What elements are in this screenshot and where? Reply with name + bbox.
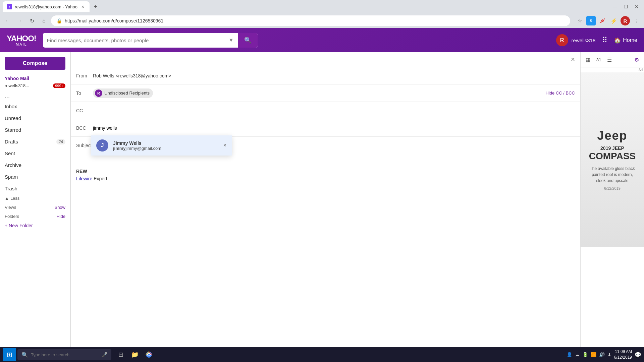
header-search: ▼ 🔍	[43, 33, 258, 48]
extension-icon-3[interactable]: ⚡	[609, 16, 619, 25]
autocomplete-item[interactable]: J Jimmy Wells jimmyjimmy@gmail.com ×	[91, 135, 232, 156]
unread-badge: 999+	[53, 83, 65, 88]
sidebar-item-trash[interactable]: Trash	[0, 183, 70, 194]
ad-model: COMPASS	[589, 151, 636, 162]
apps-icon[interactable]: ⠿	[602, 36, 607, 45]
browser-tab[interactable]: Y rewells318@yahoo.com - Yahoo ×	[3, 1, 90, 12]
signature-block: REW Lifewire Expert	[76, 168, 575, 183]
folders-hide-link[interactable]: Hide	[56, 214, 65, 219]
bcc-field: BCC J Jimmy Wells jimmyjimmy@gmail.com	[71, 119, 580, 137]
network-icon: 👤	[567, 352, 572, 357]
svg-point-2	[148, 354, 150, 356]
yahoo-logo: YAHOO! MAIL	[7, 35, 36, 46]
compose-button[interactable]: Compose	[5, 57, 65, 70]
rp-icon-1[interactable]: ▦	[583, 55, 593, 64]
subject-label: Subject	[76, 143, 93, 148]
sig-line2: Lifewire Expert	[76, 175, 575, 182]
sidebar: Compose Yahoo Mail rewells318... 999+ ..…	[0, 52, 70, 362]
taskbar-systray: 👤 ☁ 🔋 📶 🔊 ⬇ 11:09 AM 6/12/2019 💬	[567, 349, 641, 360]
cloud-icon: ☁	[575, 352, 580, 357]
sidebar-item-inbox[interactable]: Inbox	[0, 101, 70, 112]
bcc-label: BCC	[76, 125, 93, 131]
url-display: https://mail.yahoo.com/d/compose/1126530…	[65, 18, 565, 23]
sidebar-item-spam[interactable]: Spam	[0, 171, 70, 183]
sidebar-more-button[interactable]: ...	[0, 91, 70, 101]
systray-icons: 👤 ☁ 🔋 📶 🔊 ⬇	[567, 352, 611, 357]
to-recipients: R Undisclosed Recipients	[93, 88, 546, 98]
from-field: From Rob Wells <rewells318@yahoo.com>	[71, 67, 580, 84]
chip-avatar: R	[95, 89, 102, 97]
download-icon: ⬇	[607, 352, 611, 357]
menu-icon[interactable]: ⋮	[632, 16, 641, 25]
secure-icon: 🔒	[56, 18, 62, 23]
taskbar-app-multiview[interactable]: ⊟	[114, 348, 127, 361]
search-input[interactable]	[47, 38, 220, 43]
user-avatar: R	[556, 34, 568, 46]
minimize-button[interactable]: ─	[610, 2, 620, 11]
extension-icon-1[interactable]: S	[586, 16, 596, 25]
extension-icon-2[interactable]: 🌶	[598, 16, 607, 25]
sidebar-item-sent[interactable]: Sent	[0, 147, 70, 159]
battery-icon: 🔋	[582, 352, 588, 357]
user-name: rewells318	[572, 38, 596, 43]
sidebar-item-starred[interactable]: Starred	[0, 124, 70, 136]
ad-date: 6/12/2019	[604, 186, 621, 190]
back-button[interactable]: ←	[3, 16, 13, 26]
browser-navbar: ← → ↻ ⌂ 🔒 https://mail.yahoo.com/d/compo…	[0, 13, 644, 28]
compose-close-button[interactable]: ×	[571, 56, 575, 63]
chevron-up-icon: ▲	[5, 196, 9, 201]
hide-cc-bcc-button[interactable]: Hide CC / BCC	[546, 90, 575, 96]
search-button[interactable]: 🔍	[238, 33, 258, 48]
sidebar-email: rewells318... 999+	[0, 82, 70, 91]
home-nav-button[interactable]: ⌂	[39, 16, 49, 26]
recipient-chip-undisclosed[interactable]: R Undisclosed Recipients	[93, 88, 153, 98]
autocomplete-name: Jimmy Wells	[113, 140, 161, 146]
sidebar-account[interactable]: Yahoo Mail	[0, 74, 70, 82]
start-button[interactable]: ⊞	[3, 348, 16, 361]
header-right: R rewells318 ⠿ 🏠 Home	[556, 34, 637, 46]
bcc-input-area	[93, 125, 575, 131]
notification-icon[interactable]: 💬	[635, 352, 641, 358]
cc-input-area[interactable]	[93, 108, 575, 113]
tab-title: rewells318@yahoo.com - Yahoo	[15, 4, 77, 9]
address-bar[interactable]: 🔒 https://mail.yahoo.com/d/compose/11265…	[51, 15, 570, 26]
bcc-input[interactable]	[93, 125, 575, 131]
search-dropdown-button[interactable]: ▼	[224, 33, 238, 48]
sidebar-item-drafts[interactable]: Drafts 24	[0, 136, 70, 147]
autocomplete-close-button[interactable]: ×	[223, 142, 226, 148]
cc-label: CC	[76, 108, 93, 113]
rp-icon-3[interactable]: ☰	[605, 55, 614, 64]
user-profile-icon[interactable]: R	[621, 16, 630, 25]
views-show-link[interactable]: Show	[54, 205, 65, 210]
sidebar-item-archive[interactable]: Archive	[0, 159, 70, 171]
taskbar-search-input[interactable]	[31, 352, 99, 357]
reload-button[interactable]: ↻	[27, 16, 37, 26]
taskbar-app-files[interactable]: 📁	[128, 348, 142, 361]
user-info[interactable]: R rewells318	[556, 34, 596, 46]
forward-button[interactable]: →	[15, 16, 25, 26]
right-panel: ▦ 31 ☰ ⚙ Ad Jeep 2019 JEEP COMPASS The a…	[580, 52, 644, 362]
collapse-less-button[interactable]: ▲ Less	[0, 194, 70, 202]
close-tab-button[interactable]: ×	[80, 4, 86, 9]
maximize-button[interactable]: ❐	[621, 2, 631, 11]
rp-settings-icon[interactable]: ⚙	[632, 55, 641, 64]
compose-header: ×	[71, 52, 580, 67]
rp-icon-2[interactable]: 31	[594, 55, 603, 64]
home-link[interactable]: 🏠 Home	[614, 37, 637, 44]
autocomplete-email: jimmyjimmy@gmail.com	[113, 146, 161, 151]
compose-body[interactable]: REW Lifewire Expert	[71, 154, 580, 344]
sig-lifewire-link[interactable]: Lifewire	[76, 176, 92, 181]
new-tab-button[interactable]: +	[91, 2, 100, 11]
yahoo-header: YAHOO! MAIL ▼ 🔍 R rewells318 ⠿ 🏠 Home	[0, 28, 644, 52]
main-content: Compose Yahoo Mail rewells318... 999+ ..…	[0, 52, 644, 362]
cc-input[interactable]	[93, 108, 575, 113]
microphone-icon[interactable]: 🎤	[102, 352, 107, 357]
close-window-button[interactable]: ✕	[632, 2, 641, 11]
chip-label: Undisclosed Recipients	[104, 90, 150, 96]
bookmark-icon[interactable]: ☆	[575, 16, 584, 25]
new-folder-button[interactable]: + New Folder	[0, 220, 70, 231]
taskbar-app-chrome[interactable]	[142, 348, 156, 361]
drafts-badge: 24	[56, 139, 65, 144]
ad-description: The available gloss black painted roof i…	[587, 166, 637, 184]
sidebar-item-unread[interactable]: Unread	[0, 112, 70, 124]
